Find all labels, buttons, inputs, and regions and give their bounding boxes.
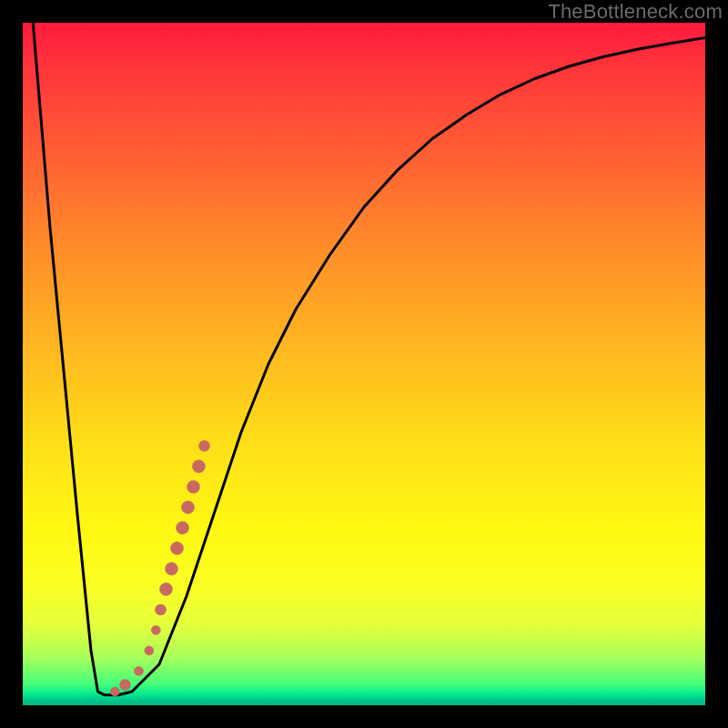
data-marker [110, 687, 119, 696]
data-marker [135, 667, 144, 676]
plot-area [23, 23, 705, 705]
chart-frame: TheBottleneck.com [0, 0, 728, 728]
data-marker [193, 460, 206, 473]
data-marker [177, 521, 189, 534]
data-marker [166, 562, 178, 575]
data-marker [187, 480, 200, 493]
data-marker [182, 501, 195, 514]
watermark-text: TheBottleneck.com [548, 0, 723, 24]
data-marker [120, 680, 131, 691]
data-marker [171, 542, 184, 555]
data-marker [151, 626, 160, 635]
chart-svg [23, 23, 705, 705]
data-marker [199, 440, 210, 451]
data-marker [160, 583, 173, 596]
data-marker [156, 604, 167, 615]
data-marker [145, 646, 154, 655]
bottleneck-curve [23, 23, 705, 695]
